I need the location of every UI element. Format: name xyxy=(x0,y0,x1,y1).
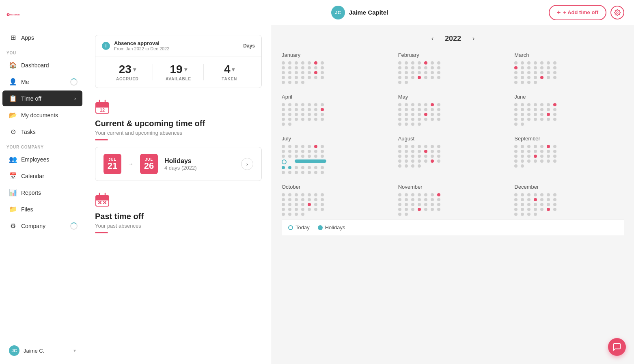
dot xyxy=(282,198,285,201)
accrued-stat: 23 ▾ ACCRUED xyxy=(102,63,153,81)
dot xyxy=(418,118,421,121)
start-day: 21 xyxy=(108,162,117,170)
dot xyxy=(424,118,427,121)
dot xyxy=(321,208,324,211)
month-block: September xyxy=(514,136,624,174)
dot xyxy=(553,103,556,106)
dot xyxy=(411,203,414,206)
dot xyxy=(282,76,285,79)
dot xyxy=(437,159,440,163)
sidebar-item-company[interactable]: ⚙ Company xyxy=(2,218,82,234)
dot xyxy=(431,155,434,158)
dot xyxy=(321,71,324,74)
absence-approval-card: i Absence approval From Jan 2022 to Dec … xyxy=(95,35,262,88)
holiday-go-button[interactable]: › xyxy=(241,158,253,170)
dot xyxy=(418,66,421,69)
current-user-item[interactable]: JC Jaime C. ▾ xyxy=(2,341,82,360)
past-time-off-section: Past time off Your past absences xyxy=(95,192,262,233)
dot xyxy=(418,103,421,106)
dot xyxy=(321,150,324,153)
available-chevron[interactable]: ▾ xyxy=(184,66,187,73)
dot xyxy=(295,76,298,79)
dot xyxy=(295,198,298,201)
accrued-chevron[interactable]: ▾ xyxy=(133,66,136,73)
dot xyxy=(534,108,537,111)
dot xyxy=(424,208,427,211)
today-legend-label: Today xyxy=(295,224,310,230)
dot xyxy=(301,198,304,201)
dot xyxy=(553,203,556,206)
dot xyxy=(431,118,434,121)
dot xyxy=(308,103,311,106)
dot xyxy=(398,66,401,69)
dot xyxy=(405,164,408,168)
add-time-off-button[interactable]: + + Add time off xyxy=(549,5,606,20)
sidebar-item-employees[interactable]: 👥 Employees xyxy=(2,151,82,167)
sidebar-item-tasks[interactable]: ⊙ Tasks xyxy=(2,124,82,140)
next-year-button[interactable]: › xyxy=(469,33,478,44)
dot xyxy=(405,108,408,111)
month-dots xyxy=(282,103,392,126)
month-name: June xyxy=(514,94,624,100)
reports-icon: 📊 xyxy=(9,189,17,196)
tasks-icon: ⊙ xyxy=(9,128,17,136)
past-calendar-icon xyxy=(95,192,110,209)
month-name: May xyxy=(398,94,508,100)
sidebar-item-calendar[interactable]: 📅 Calendar xyxy=(2,168,82,184)
settings-button[interactable] xyxy=(610,6,624,19)
dot xyxy=(314,113,317,116)
dot xyxy=(431,150,434,153)
dot xyxy=(411,108,414,111)
dot xyxy=(418,150,421,153)
dot xyxy=(527,118,530,121)
absence-card-title: Absence approval xyxy=(114,40,169,46)
dot xyxy=(431,145,434,148)
dot xyxy=(540,118,543,121)
taken-chevron[interactable]: ▾ xyxy=(232,66,235,73)
dot xyxy=(398,103,401,106)
dot xyxy=(314,108,317,111)
dot xyxy=(301,150,304,153)
dot xyxy=(308,66,311,69)
holiday-name: Holidays xyxy=(164,157,235,165)
header-username: Jaime Capitel xyxy=(349,9,388,16)
dot xyxy=(553,71,556,74)
prev-year-button[interactable]: ‹ xyxy=(428,33,437,44)
documents-icon: 📂 xyxy=(9,111,17,119)
dot xyxy=(288,61,291,65)
dot xyxy=(405,208,408,211)
dot xyxy=(437,203,440,206)
dot xyxy=(308,198,311,201)
dot xyxy=(540,103,543,106)
dot xyxy=(534,66,537,69)
sidebar-item-dashboard[interactable]: 🏠 Dashboard xyxy=(2,57,82,73)
sidebar-item-files[interactable]: 📁 Files xyxy=(2,201,82,217)
sidebar-item-reports[interactable]: 📊 Reports xyxy=(2,185,82,200)
sidebar-item-apps[interactable]: ⊞ Apps xyxy=(2,30,82,45)
sidebar-item-my-documents[interactable]: 📂 My documents xyxy=(2,107,82,123)
dot xyxy=(521,71,524,74)
sidebar-item-time-off[interactable]: 📋 Time off › xyxy=(2,90,82,106)
dot xyxy=(547,193,550,196)
dot xyxy=(314,155,317,158)
calendar-red-icon: 12 xyxy=(95,99,110,116)
past-section-desc: Your past absences xyxy=(95,223,262,229)
holiday-card[interactable]: JUL 21 → JUL 26 Holidays 4 days (2022) › xyxy=(95,147,262,181)
dot xyxy=(547,61,550,65)
dot xyxy=(527,103,530,106)
dot xyxy=(437,208,440,211)
sidebar-item-label: Calendar xyxy=(21,173,44,179)
dot xyxy=(431,61,434,65)
chat-button[interactable] xyxy=(608,338,626,356)
dot xyxy=(540,203,543,206)
dot xyxy=(301,113,304,116)
dot xyxy=(295,103,298,106)
dot xyxy=(431,108,434,111)
current-section-desc: Your current and upcoming absences xyxy=(95,130,262,136)
dot xyxy=(282,166,285,169)
current-time-off-section: 12 Current & upcoming time off Your curr… xyxy=(95,99,262,181)
dot xyxy=(514,103,518,106)
dot xyxy=(398,159,401,163)
dot xyxy=(540,150,543,153)
sidebar-item-me[interactable]: 👤 Me xyxy=(2,74,82,90)
